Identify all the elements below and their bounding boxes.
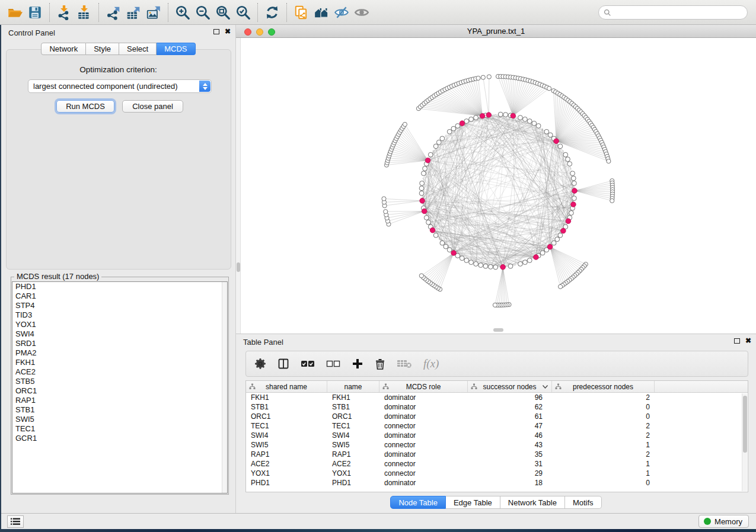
table-cell[interactable]: 62: [468, 402, 552, 412]
first-neighbors-icon[interactable]: [311, 3, 331, 22]
mcds-result-item[interactable]: SRD1: [12, 339, 227, 348]
table-cell[interactable]: 0: [552, 478, 655, 488]
network-horizontal-scroll-thumb[interactable]: [493, 328, 503, 332]
table-cell[interactable]: dominator: [379, 478, 468, 488]
network-graph[interactable]: [236, 38, 756, 334]
open-file-icon[interactable]: [5, 3, 25, 22]
float-panel-icon[interactable]: [213, 29, 219, 34]
table-cell[interactable]: 35: [468, 450, 552, 459]
tab-motifs[interactable]: Motifs: [565, 496, 602, 509]
table-cell[interactable]: 2: [552, 450, 655, 459]
mcds-result-item[interactable]: ORC1: [12, 386, 227, 396]
table-cell[interactable]: 43: [468, 440, 552, 450]
table-cell[interactable]: 2: [552, 393, 655, 402]
table-cell[interactable]: dominator: [379, 412, 468, 421]
table-row[interactable]: TEC1TEC1connector472: [246, 421, 748, 431]
table-cell[interactable]: 46: [468, 431, 552, 440]
save-session-icon[interactable]: [25, 3, 45, 22]
zoom-fit-icon[interactable]: [213, 3, 233, 22]
mcds-result-item[interactable]: RAP1: [12, 396, 227, 405]
table-row[interactable]: PHD1PHD1dominator180: [246, 478, 748, 488]
table-cell[interactable]: 96: [468, 393, 552, 402]
select-all-icon[interactable]: [301, 355, 315, 373]
hide-selected-icon[interactable]: [331, 3, 352, 22]
delete-table-icon[interactable]: [397, 355, 412, 373]
mcds-result-item[interactable]: GCR1: [12, 434, 227, 443]
network-window-titlebar[interactable]: YPA_prune.txt_1: [236, 25, 756, 38]
table-cell[interactable]: SWI5: [327, 440, 379, 450]
tab-network-table[interactable]: Network Table: [500, 496, 565, 509]
function-builder-icon[interactable]: f(x): [423, 355, 439, 373]
table-cell[interactable]: dominator: [379, 393, 468, 402]
mcds-result-item[interactable]: STP4: [12, 301, 227, 310]
mcds-result-item[interactable]: PHD1: [12, 282, 227, 291]
network-documents-icon[interactable]: [291, 3, 311, 22]
table-cell[interactable]: connector: [379, 469, 468, 478]
table-cell[interactable]: 1: [552, 459, 655, 469]
table-cell[interactable]: YOX1: [246, 469, 327, 478]
table-cell[interactable]: SWI5: [246, 440, 327, 450]
table-cell[interactable]: 0: [552, 402, 655, 412]
table-row[interactable]: RAP1RAP1dominator352: [246, 450, 748, 459]
delete-column-icon[interactable]: [375, 355, 385, 373]
tab-network[interactable]: Network: [41, 43, 86, 55]
mcds-result-item[interactable]: TEC1: [12, 424, 227, 434]
export-table-icon[interactable]: [123, 3, 143, 22]
table-cell[interactable]: ORC1: [246, 412, 327, 421]
tab-mcds[interactable]: MCDS: [157, 43, 195, 55]
table-cell[interactable]: PHD1: [327, 478, 379, 488]
import-network-icon[interactable]: [54, 3, 74, 22]
zoom-in-icon[interactable]: [173, 3, 193, 22]
export-image-icon[interactable]: [143, 3, 164, 22]
tab-node-table[interactable]: Node Table: [390, 496, 446, 509]
column-header-name[interactable]: name: [327, 381, 379, 392]
table-cell[interactable]: ACE2: [327, 459, 379, 469]
mcds-result-item[interactable]: TID3: [12, 310, 227, 320]
table-cell[interactable]: FKH1: [246, 393, 327, 402]
mcds-result-item[interactable]: FKH1: [12, 358, 227, 367]
table-cell[interactable]: TEC1: [327, 421, 379, 431]
table-vertical-scrollbar[interactable]: [742, 393, 747, 491]
table-cell[interactable]: connector: [379, 440, 468, 450]
show-columns-icon[interactable]: [277, 355, 289, 373]
table-cell[interactable]: PHD1: [246, 478, 327, 488]
column-header-shared-name[interactable]: shared name: [246, 381, 327, 392]
close-panel-button[interactable]: Close panel: [122, 100, 183, 113]
mcds-result-item[interactable]: STB5: [12, 377, 227, 386]
table-cell[interactable]: connector: [379, 421, 468, 431]
close-table-panel-icon[interactable]: ✖: [745, 338, 751, 344]
table-cell[interactable]: STB1: [246, 402, 327, 412]
show-all-icon[interactable]: [352, 3, 372, 22]
tab-select[interactable]: Select: [119, 43, 157, 55]
table-row[interactable]: ACE2ACE2connector311: [246, 459, 748, 469]
table-row[interactable]: STB1STB1dominator620: [246, 402, 748, 412]
table-row[interactable]: FKH1FKH1dominator962: [246, 393, 748, 402]
mcds-result-item[interactable]: STB1: [12, 405, 227, 415]
mcds-result-item[interactable]: CAR1: [12, 291, 227, 301]
mcds-result-item[interactable]: ACE2: [12, 367, 227, 377]
column-header-successor-nodes[interactable]: successor nodes: [468, 381, 552, 392]
node-table[interactable]: shared namenameMCDS rolesuccessor nodesp…: [245, 380, 748, 492]
table-cell[interactable]: 31: [468, 459, 552, 469]
mcds-result-item[interactable]: YOX1: [12, 320, 227, 329]
table-cell[interactable]: connector: [379, 459, 468, 469]
memory-button[interactable]: Memory: [698, 515, 749, 528]
table-cell[interactable]: ACE2: [246, 459, 327, 469]
table-cell[interactable]: SWI4: [246, 431, 327, 440]
mcds-list-scrollbar[interactable]: [222, 282, 227, 493]
add-column-icon[interactable]: [352, 355, 363, 373]
table-row[interactable]: ORC1ORC1dominator610: [246, 412, 748, 421]
table-cell[interactable]: 1: [552, 469, 655, 478]
table-cell[interactable]: dominator: [379, 431, 468, 440]
column-header-predecessor-nodes[interactable]: predecessor nodes: [552, 381, 655, 392]
column-header-MCDS-role[interactable]: MCDS role: [379, 381, 468, 392]
network-vertical-scroll-thumb[interactable]: [237, 262, 240, 272]
table-cell[interactable]: dominator: [379, 402, 468, 412]
tab-style[interactable]: Style: [86, 43, 119, 55]
export-network-icon[interactable]: [103, 3, 123, 22]
run-mcds-button[interactable]: Run MCDS: [56, 100, 114, 113]
table-cell[interactable]: ORC1: [327, 412, 379, 421]
criterion-dropdown[interactable]: largest connected component (undirected): [28, 79, 212, 93]
table-cell[interactable]: TEC1: [246, 421, 327, 431]
table-cell[interactable]: 1: [552, 440, 655, 450]
